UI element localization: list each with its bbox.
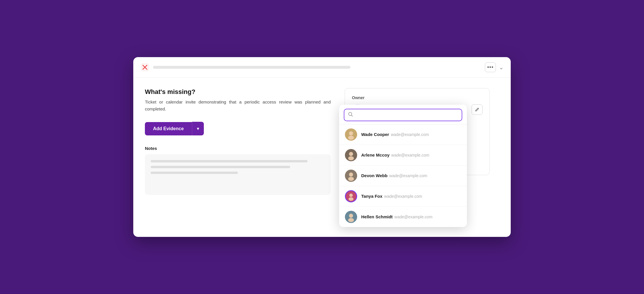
notes-line-3 xyxy=(151,172,238,174)
notes-box xyxy=(145,154,331,195)
user-email: wade@example.com xyxy=(391,132,429,137)
user-name: Devon Webb xyxy=(361,173,388,178)
search-icon xyxy=(348,112,353,118)
svg-point-11 xyxy=(348,156,354,160)
user-email: wade@example.com xyxy=(384,194,422,199)
user-list-item[interactable]: Hellen Schmidtwade@example.com xyxy=(339,207,467,227)
search-input[interactable] xyxy=(355,112,458,117)
edit-owner-button[interactable] xyxy=(472,104,483,115)
app-window: ••• ⌄ What's missing? Ticket or calendar… xyxy=(133,57,511,237)
whats-missing-title: What's missing? xyxy=(145,88,331,96)
app-logo xyxy=(140,63,150,72)
notes-section: Notes xyxy=(145,146,331,195)
search-input-inner xyxy=(344,109,462,121)
title-bar-actions: ••• ⌄ xyxy=(485,62,504,72)
left-panel: What's missing? Ticket or calendar invit… xyxy=(145,88,331,195)
user-list-item[interactable]: Wade Cooperwade@example.com xyxy=(339,124,467,145)
address-bar xyxy=(153,66,350,69)
right-panel: Owner Choose user xyxy=(345,88,490,195)
user-list-item[interactable]: Arlene Mccoywade@example.com xyxy=(339,145,467,166)
svg-point-7 xyxy=(349,131,353,135)
user-email: wade@example.com xyxy=(394,215,432,219)
notes-label: Notes xyxy=(145,146,331,151)
user-search-dropdown: Wade Cooperwade@example.com Arlene Mccoy… xyxy=(339,105,467,227)
whats-missing-desc: Ticket or calendar invite demonstrating … xyxy=(145,99,331,112)
svg-point-8 xyxy=(348,136,354,140)
svg-point-17 xyxy=(348,197,353,201)
add-evidence-button[interactable]: Add Evidence xyxy=(145,122,192,135)
svg-point-13 xyxy=(349,173,353,177)
user-list-item[interactable]: Devon Webbwade@example.com xyxy=(339,166,467,186)
content-area: What's missing? Ticket or calendar invit… xyxy=(133,78,511,205)
svg-point-4 xyxy=(349,112,352,116)
user-email: wade@example.com xyxy=(389,173,427,178)
svg-point-20 xyxy=(348,218,354,222)
title-bar: ••• ⌄ xyxy=(133,57,511,78)
search-wrapper xyxy=(339,105,467,124)
svg-line-5 xyxy=(352,115,353,117)
user-name: Hellen Schmidt xyxy=(361,214,393,219)
user-name: Wade Cooper xyxy=(361,132,389,137)
user-name: Arlene Mccoy xyxy=(361,153,390,157)
svg-point-19 xyxy=(349,214,353,218)
svg-point-14 xyxy=(348,177,354,181)
svg-point-16 xyxy=(349,194,353,197)
owner-label: Owner xyxy=(352,95,483,100)
owner-card: Owner Choose user xyxy=(345,88,490,175)
svg-point-10 xyxy=(349,152,353,156)
add-evidence-group: Add Evidence ▾ xyxy=(145,122,331,135)
add-evidence-chevron-button[interactable]: ▾ xyxy=(192,122,204,135)
user-name: Tanya Fox xyxy=(361,194,382,199)
notes-line-2 xyxy=(151,166,290,168)
user-email: wade@example.com xyxy=(391,153,429,157)
chevron-icon: ▾ xyxy=(197,126,199,131)
chevron-down-button[interactable]: ⌄ xyxy=(499,64,504,71)
user-list: Wade Cooperwade@example.com Arlene Mccoy… xyxy=(339,124,467,227)
user-list-item[interactable]: Tanya Foxwade@example.com xyxy=(339,186,467,207)
more-button[interactable]: ••• xyxy=(485,62,496,72)
notes-line-1 xyxy=(151,160,307,162)
